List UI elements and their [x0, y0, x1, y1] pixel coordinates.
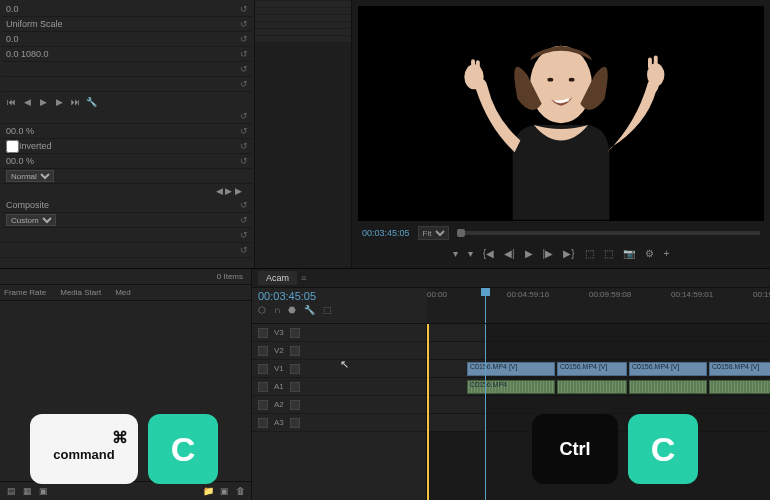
play-icon[interactable]: ▶: [38, 97, 48, 107]
reset-icon[interactable]: ↺: [240, 200, 248, 210]
track-toggle[interactable]: [258, 418, 268, 428]
track-header[interactable]: V2: [252, 342, 426, 360]
new-item-icon[interactable]: ▣: [219, 486, 229, 496]
lock-toggle[interactable]: [290, 418, 300, 428]
track-row[interactable]: C0156.MP4: [427, 378, 770, 396]
marker-icon[interactable]: ⬣: [288, 305, 296, 315]
inverted-row[interactable]: Inverted↺: [2, 139, 252, 154]
reset-icon[interactable]: ↺: [240, 49, 248, 59]
play-icon[interactable]: ▶: [525, 248, 533, 259]
blend-mode-select[interactable]: Normal: [6, 170, 54, 182]
track-header[interactable]: V1: [252, 360, 426, 378]
track-row[interactable]: C0156.MP4 [V]C0156.MP4 [V]C0156.MP4 [V]C…: [427, 360, 770, 378]
go-out-icon[interactable]: ▶}: [563, 248, 574, 259]
custom-row[interactable]: Custom↺: [2, 213, 252, 228]
col-framerate[interactable]: Frame Rate: [4, 288, 46, 297]
audio-clip[interactable]: [709, 380, 770, 394]
video-clip[interactable]: C0156.MP4 [V]: [557, 362, 627, 376]
prop-row[interactable]: 0.0↺: [2, 32, 252, 47]
video-preview[interactable]: [358, 6, 764, 221]
settings-icon[interactable]: ⬚: [323, 305, 332, 315]
preview-scrubber[interactable]: [457, 231, 760, 235]
track-toggle[interactable]: [258, 346, 268, 356]
track-row[interactable]: [427, 324, 770, 342]
go-end-icon[interactable]: ⏭: [70, 97, 80, 107]
next-frame-icon[interactable]: ▶: [54, 97, 64, 107]
inverted-checkbox[interactable]: [6, 140, 19, 153]
col-med[interactable]: Med: [115, 288, 131, 297]
audio-clip[interactable]: [629, 380, 707, 394]
mark-in-icon[interactable]: ▾: [453, 248, 458, 259]
audio-clip[interactable]: C0156.MP4: [467, 380, 555, 394]
opacity-row[interactable]: 00.0 %↺: [2, 124, 252, 139]
snap-icon[interactable]: ⬡: [258, 305, 266, 315]
new-bin-icon[interactable]: 📁: [203, 486, 213, 496]
prev-frame-icon[interactable]: ◀: [22, 97, 32, 107]
tab-menu-icon[interactable]: ≡: [301, 273, 306, 283]
step-fwd-icon[interactable]: |▶: [543, 248, 554, 259]
reset-icon[interactable]: ↺: [240, 126, 248, 136]
video-clip[interactable]: C0156.MP4 [V]: [629, 362, 707, 376]
lift-icon[interactable]: ⬚: [585, 248, 594, 259]
zoom-select[interactable]: Fit: [418, 226, 449, 240]
video-clip[interactable]: C0156.MP4 [V]: [467, 362, 555, 376]
prop-row[interactable]: 0.0↺: [2, 2, 252, 17]
reset-icon[interactable]: ↺: [240, 230, 248, 240]
reset-icon[interactable]: ↺: [240, 79, 248, 89]
custom-select[interactable]: Custom: [6, 214, 56, 226]
audio-clip[interactable]: [557, 380, 627, 394]
blend-mode-row[interactable]: Normal: [2, 169, 252, 184]
opacity-pct-row[interactable]: 00.0 %↺: [2, 154, 252, 169]
anchor-row[interactable]: 0.0 1080.0↺: [2, 47, 252, 62]
go-in-icon[interactable]: {◀: [483, 248, 494, 259]
export-frame-icon[interactable]: 📷: [623, 248, 635, 259]
track-toggle[interactable]: [258, 382, 268, 392]
add-icon[interactable]: +: [664, 248, 670, 259]
composite-row[interactable]: Composite↺: [2, 198, 252, 213]
mark-out-icon[interactable]: ▾: [468, 248, 473, 259]
track-row[interactable]: [427, 342, 770, 360]
reset-icon[interactable]: ↺: [240, 64, 248, 74]
col-mediastart[interactable]: Media Start: [60, 288, 101, 297]
freeform-icon[interactable]: ▣: [38, 486, 48, 496]
prop-row[interactable]: ↺: [2, 109, 252, 124]
list-view-icon[interactable]: ▤: [6, 486, 16, 496]
link-icon[interactable]: ∩: [274, 305, 280, 315]
track-row[interactable]: [427, 396, 770, 414]
reset-icon[interactable]: ↺: [240, 111, 248, 121]
prop-row[interactable]: ↺: [2, 243, 252, 258]
reset-icon[interactable]: ↺: [240, 4, 248, 14]
trash-icon[interactable]: 🗑: [235, 486, 245, 496]
prop-row[interactable]: ↺: [2, 228, 252, 243]
wrench-icon[interactable]: 🔧: [304, 305, 315, 315]
reset-icon[interactable]: ↺: [240, 245, 248, 255]
playhead-head[interactable]: [485, 288, 486, 323]
step-back-icon[interactable]: ◀|: [504, 248, 515, 259]
track-header[interactable]: A3: [252, 414, 426, 432]
reset-icon[interactable]: ↺: [240, 156, 248, 166]
track-header[interactable]: A1: [252, 378, 426, 396]
sequence-tab[interactable]: Acam: [258, 271, 297, 285]
timeline-timecode[interactable]: 00:03:45:05: [258, 290, 421, 302]
reset-icon[interactable]: ↺: [240, 215, 248, 225]
track-toggle[interactable]: [258, 400, 268, 410]
go-start-icon[interactable]: ⏮: [6, 97, 16, 107]
track-toggle[interactable]: [258, 364, 268, 374]
icon-view-icon[interactable]: ▦: [22, 486, 32, 496]
track-header[interactable]: V3: [252, 324, 426, 342]
time-ruler[interactable]: 00:0000:04:59:1600:09:59:0800:14:59:0100…: [427, 288, 770, 323]
keyframe-nav[interactable]: ◀ ▶ ▶: [2, 184, 252, 198]
uniform-scale-row[interactable]: Uniform Scale↺: [2, 17, 252, 32]
prop-row[interactable]: ↺: [2, 77, 252, 92]
settings-icon[interactable]: ⚙: [645, 248, 654, 259]
track-header[interactable]: A2: [252, 396, 426, 414]
lock-toggle[interactable]: [290, 364, 300, 374]
lock-toggle[interactable]: [290, 328, 300, 338]
extract-icon[interactable]: ⬚: [604, 248, 613, 259]
reset-icon[interactable]: ↺: [240, 34, 248, 44]
wrench-icon[interactable]: 🔧: [86, 97, 96, 107]
playhead-line[interactable]: [485, 324, 486, 500]
reset-icon[interactable]: ↺: [240, 19, 248, 29]
lock-toggle[interactable]: [290, 382, 300, 392]
lock-toggle[interactable]: [290, 346, 300, 356]
